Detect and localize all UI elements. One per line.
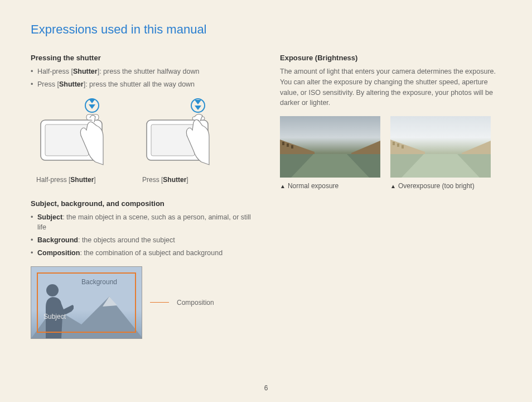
exposure-heading: Exposure (Brightness) [280, 54, 501, 62]
caption-post: ] [94, 176, 95, 184]
camera-full-press-icon [142, 98, 226, 170]
bullet-post: ]: press the shutter halfway down [98, 68, 200, 75]
caption-post: ] [186, 176, 188, 184]
half-press-caption: Half-press [Shutter] [36, 176, 120, 184]
caption-pre: Press [ [142, 176, 163, 184]
bullet-post: : the main object in a scene, such as a … [37, 213, 251, 232]
sbc-bullets: Subject: the main object in a scene, suc… [31, 212, 252, 259]
bullet-pre: Half-press [ [37, 68, 73, 75]
caption-text: Normal exposure [288, 182, 338, 190]
shutter-heading: Pressing the shutter [31, 54, 252, 62]
bullet-bold: Shutter [73, 68, 98, 75]
caption-pre: Half-press [ [36, 176, 70, 184]
svg-rect-28 [402, 145, 404, 149]
list-item: Subject: the main object in a scene, suc… [31, 212, 252, 233]
shutter-illustrations: Half-press [Shutter] Press [Shutter] [31, 98, 252, 184]
shutter-bullets: Half-press [Shutter]: press the shutter … [31, 66, 252, 90]
exposure-paragraph: The amount of light that enters your cam… [280, 66, 501, 108]
svg-rect-27 [397, 143, 399, 147]
exposure-captions: ▲ Normal exposure ▲ Overexposure (too br… [280, 182, 501, 190]
sbc-heading: Subject, background, and composition [31, 199, 252, 208]
full-press-figure: Press [Shutter] [142, 98, 226, 184]
triangle-up-icon: ▲ [390, 183, 396, 189]
bullet-post: : the objects around the subject [78, 236, 175, 244]
triangle-up-icon: ▲ [280, 183, 286, 189]
svg-rect-20 [287, 143, 289, 147]
bullet-bold: Composition [37, 249, 80, 257]
svg-marker-2 [89, 104, 95, 109]
list-item: Half-press [Shutter]: press the shutter … [31, 66, 252, 77]
composition-figure-wrap: Background Subject Composition [31, 266, 252, 339]
bullet-bold: Background [37, 236, 78, 244]
svg-rect-19 [282, 142, 284, 145]
caption-text: Overexposure (too bright) [398, 182, 475, 190]
page-title: Expressions used in this manual [31, 22, 501, 37]
camera-half-press-icon [36, 98, 120, 170]
exposure-images [280, 116, 501, 178]
svg-marker-1 [89, 99, 95, 103]
list-item: Background: the objects around the subje… [31, 235, 252, 246]
bullet-bold: Subject [37, 213, 62, 221]
half-press-figure: Half-press [Shutter] [36, 98, 120, 184]
composition-label: Composition [177, 299, 214, 307]
normal-exposure-photo [280, 116, 380, 178]
svg-marker-8 [195, 100, 201, 104]
composition-figure: Background Subject [31, 266, 142, 339]
bullet-post: : the combination of a subject and backg… [80, 249, 223, 257]
normal-exposure-caption: ▲ Normal exposure [280, 182, 380, 190]
overexposure-caption: ▲ Overexposure (too bright) [390, 182, 491, 190]
bullet-bold: Shutter [59, 80, 84, 88]
caption-bold: Shutter [70, 176, 94, 184]
full-press-caption: Press [Shutter] [142, 176, 226, 184]
bullet-post: ]: press the shutter all the way down [84, 80, 195, 88]
caption-bold: Shutter [163, 176, 186, 184]
svg-rect-21 [291, 145, 293, 149]
svg-marker-9 [195, 106, 201, 110]
page-number: 6 [264, 384, 268, 392]
svg-rect-26 [393, 142, 395, 145]
left-column: Pressing the shutter Half-press [Shutter… [31, 54, 252, 339]
content-columns: Pressing the shutter Half-press [Shutter… [31, 54, 501, 339]
background-label: Background [81, 278, 117, 286]
bullet-pre: Press [ [37, 80, 59, 88]
right-column: Exposure (Brightness) The amount of ligh… [280, 54, 501, 339]
composition-pointer-line [150, 302, 169, 303]
list-item: Press [Shutter]: press the shutter all t… [31, 79, 252, 90]
subject-label: Subject [43, 313, 66, 320]
list-item: Composition: the combination of a subjec… [31, 248, 252, 259]
overexposure-photo [390, 116, 491, 178]
